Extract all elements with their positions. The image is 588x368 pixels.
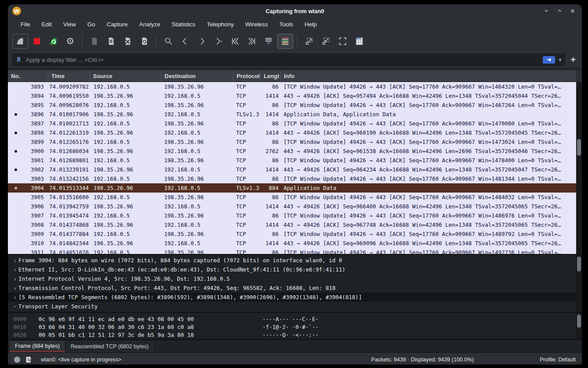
capture-comment-icon[interactable] — [25, 356, 32, 363]
detail-row-3[interactable]: ›Transmission Control Protocol, Src Port… — [8, 283, 582, 293]
packet-row-3908[interactable]: 390874.014374868198.35.26.96192.168.0.5T… — [8, 220, 576, 229]
menu-telephony[interactable]: Telephony — [202, 19, 239, 29]
go-to-packet-button[interactable] — [211, 34, 226, 49]
menu-analyze[interactable]: Analyze — [134, 19, 165, 29]
column-header-destination[interactable]: Destination — [161, 70, 233, 82]
colorize-packets-button[interactable] — [277, 34, 293, 49]
packet-row-3898[interactable]: 389874.012261319198.35.26.96192.168.0.5T… — [8, 128, 576, 137]
expert-info-icon[interactable] — [14, 357, 20, 363]
menu-wireless[interactable]: Wireless — [240, 19, 273, 29]
detail-row-2[interactable]: ›Internet Protocol Version 4, Src: 198.3… — [8, 274, 582, 283]
menu-view[interactable]: View — [58, 19, 81, 29]
packet-len: 86 — [261, 229, 281, 239]
capture-options-gear-button[interactable]: ⚙ — [62, 34, 78, 49]
detail-row-4[interactable]: ›[5 Reassembled TCP Segments (6802 bytes… — [8, 293, 582, 302]
packet-row-3906[interactable]: 390674.013942759198.35.26.96192.168.0.5T… — [8, 202, 576, 211]
reload-file-button[interactable] — [136, 34, 152, 49]
menu-statistics[interactable]: Statistics — [167, 19, 200, 29]
detail-row-5[interactable]: ›Transport Layer Security — [8, 302, 582, 311]
packet-time: 74.014374868 — [48, 220, 90, 229]
go-first-packet-icon — [230, 36, 240, 46]
hex-row-0020[interactable]: 002000 05 01 bb c1 12 51 12 97 3c de b5 … — [8, 331, 582, 339]
packet-info: [TCP Window Update] 49426 → 443 [ACK] Se… — [281, 137, 576, 146]
go-last-packet-button[interactable] — [244, 34, 260, 49]
expand-chevron-icon[interactable]: › — [11, 275, 18, 282]
byte-tab-reassembled-tcp-6802-bytes-[interactable]: Reassembled TCP (6802 bytes) — [65, 341, 154, 352]
column-header-info[interactable]: Info — [281, 70, 576, 82]
bytes-scrollbar[interactable] — [576, 313, 582, 339]
title-bar[interactable]: W Capturing from wlan0 — [8, 4, 582, 18]
packet-row-3896[interactable]: 389674.010017906198.35.26.96192.168.0.5T… — [8, 110, 576, 119]
packet-row-3905[interactable]: 390574.013516600192.168.0.5198.35.26.96T… — [8, 193, 576, 202]
close-file-button[interactable] — [120, 34, 136, 49]
menu-capture[interactable]: Capture — [102, 19, 133, 29]
expand-chevron-icon[interactable]: › — [11, 294, 18, 301]
zoom-out-button[interactable] — [318, 34, 334, 49]
restart-capture-fin-button[interactable] — [46, 34, 61, 49]
apply-filter-button[interactable]: ➜ — [543, 56, 555, 64]
packet-list-scroll-thumb[interactable] — [577, 139, 581, 156]
menu-file[interactable]: File — [16, 19, 35, 29]
packet-dst: 198.35.26.96 — [161, 211, 233, 220]
minimize-button[interactable] — [541, 6, 551, 16]
packet-row-3901[interactable]: 390174.012689801192.168.0.5198.35.26.96T… — [8, 156, 576, 165]
packet-row-3897[interactable]: 389774.010021713192.168.0.5198.35.26.96T… — [8, 119, 576, 128]
column-header-no[interactable]: No. — [8, 70, 48, 82]
packet-row-3911[interactable]: 391174.014851070192.168.0.5198.35.26.96T… — [8, 248, 576, 254]
resize-columns-button[interactable] — [351, 34, 367, 49]
packet-row-3895[interactable]: 389574.009628076192.168.0.5198.35.26.96T… — [8, 100, 576, 110]
detail-row-0[interactable]: ›Frame 3904: 884 bytes on wire (7072 bit… — [8, 256, 582, 265]
menu-help[interactable]: Help — [300, 19, 322, 29]
menu-tools[interactable]: Tools — [274, 19, 298, 29]
details-scrollbar[interactable] — [576, 255, 582, 312]
add-filter-button[interactable]: + — [569, 55, 577, 64]
maximize-button[interactable] — [555, 6, 564, 16]
detail-row-1[interactable]: ›Ethernet II, Src: D-LinkIn_db:ee:43 (ec… — [8, 265, 582, 274]
column-header-protocol[interactable]: Protocol — [233, 70, 261, 82]
find-packet-button[interactable] — [161, 34, 176, 49]
filter-bookmark-icon[interactable] — [15, 56, 22, 63]
packet-row-3910[interactable]: 391074.014842344198.35.26.96192.168.0.5T… — [8, 239, 576, 248]
menu-edit[interactable]: Edit — [37, 19, 57, 29]
packet-row-3902[interactable]: 390274.013239191198.35.26.96192.168.0.5T… — [8, 165, 576, 174]
zoom-in-button[interactable] — [301, 34, 317, 49]
go-forward-button[interactable] — [194, 34, 210, 49]
expand-chevron-icon[interactable]: › — [11, 257, 18, 264]
details-scroll-thumb[interactable] — [577, 257, 581, 272]
expand-chevron-icon[interactable]: › — [11, 285, 18, 292]
menu-go[interactable]: Go — [82, 19, 100, 29]
profile-text[interactable]: Profile: Default — [540, 357, 576, 363]
close-button[interactable] — [568, 6, 577, 16]
hex-row-0010[interactable]: 001003 66 04 31 40 00 32 06 a0 30 c6 23 … — [8, 323, 582, 331]
stop-capture-button[interactable] — [29, 34, 45, 49]
go-first-packet-button[interactable] — [227, 34, 243, 49]
start-capture-fin-button[interactable] — [12, 34, 28, 49]
hex-row-0000[interactable]: 00000c 96 e6 9f 41 11 ec ad e0 db ee 43 … — [8, 315, 582, 323]
packet-row-3899[interactable]: 389974.012265176192.168.0.5198.35.26.96T… — [8, 137, 576, 146]
column-header-source[interactable]: Source — [90, 70, 161, 82]
bytes-scroll-thumb[interactable] — [577, 314, 581, 328]
save-file-button[interactable] — [103, 34, 119, 49]
packet-no: 3893 — [8, 82, 48, 91]
packet-row-3900[interactable]: 390074.012686034198.35.26.96192.168.0.5T… — [8, 146, 576, 156]
packet-row-3909[interactable]: 390974.014377884192.168.0.5198.35.26.96T… — [8, 229, 576, 239]
column-header-lengt[interactable]: Lengt — [261, 70, 281, 82]
go-back-button[interactable] — [177, 34, 193, 49]
packet-row-3894[interactable]: 389474.009619550198.35.26.96192.168.0.5T… — [8, 91, 576, 100]
packet-row-3907[interactable]: 390774.013945474192.168.0.5198.35.26.96T… — [8, 211, 576, 220]
expand-chevron-icon[interactable]: › — [11, 266, 18, 273]
filter-dropdown-caret-icon[interactable]: ▼ — [558, 57, 562, 62]
auto-scroll-button[interactable] — [261, 34, 276, 49]
packet-row-3903[interactable]: 390374.013242156192.168.0.5198.35.26.96T… — [8, 174, 576, 183]
collapse-chevron-icon[interactable]: › — [11, 303, 18, 310]
packet-row-3904[interactable]: 390474.013513344198.35.26.96192.168.0.5T… — [8, 183, 576, 193]
display-filter-input[interactable] — [25, 56, 540, 64]
packet-dst: 192.168.0.5 — [161, 128, 233, 137]
normal-size-button[interactable] — [335, 34, 351, 49]
byte-tab-frame-884-bytes-[interactable]: Frame (884 bytes) — [10, 341, 65, 352]
column-header-time[interactable]: Time — [48, 70, 90, 82]
open-file-button[interactable] — [86, 34, 102, 49]
display-filter-field[interactable]: ➜ ▼ — [12, 54, 565, 66]
packet-list-scrollbar[interactable] — [576, 82, 582, 254]
packet-row-3893[interactable]: 389374.009209782192.168.0.5198.35.26.96T… — [8, 82, 576, 91]
